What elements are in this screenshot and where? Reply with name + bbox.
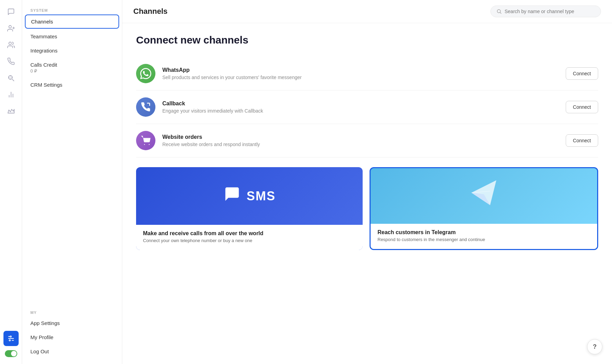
nav-settings-icon[interactable] bbox=[3, 331, 19, 346]
sms-card[interactable]: SMS Make and receive calls from all over… bbox=[136, 167, 363, 250]
cards-row: SMS Make and receive calls from all over… bbox=[136, 167, 598, 250]
svg-point-5 bbox=[10, 77, 11, 78]
website-orders-info: Website orders Receive website orders an… bbox=[162, 134, 566, 147]
sidebar-item-calls-credit[interactable]: Calls Credit 0 ₽ bbox=[22, 58, 122, 78]
telegram-card-body bbox=[371, 168, 597, 224]
sms-card-desc: Connect your own telephone number or buy… bbox=[143, 238, 356, 243]
sidebar-item-my-profile[interactable]: My Profile bbox=[22, 330, 122, 344]
sidebar-item-app-settings[interactable]: App Settings bbox=[22, 316, 122, 330]
whatsapp-desc: Sell products and services in your custo… bbox=[162, 75, 566, 80]
nav-phone-icon[interactable] bbox=[3, 54, 19, 69]
help-button[interactable]: ? bbox=[587, 339, 602, 354]
channel-row-whatsapp: WhatsApp Sell products and services in y… bbox=[136, 57, 598, 90]
telegram-card-footer: Reach customers in Telegram Respond to c… bbox=[371, 224, 597, 249]
sms-content: SMS bbox=[223, 185, 276, 207]
icon-nav bbox=[0, 0, 22, 364]
search-input[interactable] bbox=[505, 9, 595, 14]
svg-point-3 bbox=[9, 42, 11, 45]
sidebar: SYSTEM Channels Teammates Integrations C… bbox=[22, 0, 122, 364]
sms-card-body: SMS bbox=[136, 167, 363, 225]
whatsapp-name: WhatsApp bbox=[162, 67, 566, 73]
svg-point-22 bbox=[149, 144, 150, 145]
main-content: Channels Connect new channels WhatsApp S… bbox=[122, 0, 612, 364]
main-header: Channels bbox=[122, 0, 612, 23]
sidebar-item-log-out[interactable]: Log Out bbox=[22, 344, 122, 358]
sms-label: SMS bbox=[247, 189, 276, 203]
svg-line-10 bbox=[12, 79, 14, 81]
channel-row-callback: Callback Engage your visitors immediatel… bbox=[136, 90, 598, 124]
svg-line-20 bbox=[500, 12, 501, 13]
search-icon bbox=[496, 9, 502, 14]
callback-connect-button[interactable]: Connect bbox=[566, 101, 598, 113]
callback-name: Callback bbox=[162, 100, 566, 107]
sms-bubble-icon bbox=[223, 185, 241, 207]
sidebar-item-channels[interactable]: Channels bbox=[25, 15, 119, 29]
svg-point-17 bbox=[10, 336, 11, 337]
nav-chat-icon[interactable] bbox=[3, 4, 19, 19]
connect-heading: Connect new channels bbox=[136, 34, 598, 46]
website-orders-name: Website orders bbox=[162, 134, 566, 140]
callback-icon bbox=[136, 97, 155, 117]
main-body: Connect new channels WhatsApp Sell produ… bbox=[122, 23, 612, 261]
system-section-label: SYSTEM bbox=[22, 6, 122, 14]
calls-credit-value: 0 ₽ bbox=[30, 68, 37, 74]
telegram-card-title: Reach customers in Telegram bbox=[377, 229, 590, 236]
telegram-card-desc: Respond to customers in the messenger an… bbox=[377, 237, 590, 242]
svg-marker-23 bbox=[471, 180, 496, 205]
telegram-plane-icon bbox=[468, 177, 499, 215]
sidebar-item-crm-settings[interactable]: CRM Settings bbox=[22, 78, 122, 92]
sidebar-item-integrations[interactable]: Integrations bbox=[22, 44, 122, 58]
svg-point-18 bbox=[9, 340, 10, 341]
nav-crown-icon[interactable] bbox=[3, 104, 19, 119]
svg-point-21 bbox=[144, 144, 145, 145]
page-title: Channels bbox=[133, 7, 168, 16]
search-box[interactable] bbox=[490, 6, 601, 17]
whatsapp-icon bbox=[136, 64, 155, 83]
website-orders-desc: Receive website orders and respond insta… bbox=[162, 142, 566, 147]
sms-card-footer: Make and receive calls from all over the… bbox=[136, 225, 363, 250]
nav-team-icon[interactable] bbox=[3, 37, 19, 52]
whatsapp-connect-button[interactable]: Connect bbox=[566, 67, 598, 80]
nav-search-icon[interactable] bbox=[3, 70, 19, 86]
callback-info: Callback Engage your visitors immediatel… bbox=[162, 100, 566, 114]
telegram-card[interactable]: Reach customers in Telegram Respond to c… bbox=[370, 167, 598, 250]
nav-contacts-icon[interactable] bbox=[3, 21, 19, 36]
website-orders-connect-button[interactable]: Connect bbox=[566, 134, 598, 147]
channel-row-website-orders: Website orders Receive website orders an… bbox=[136, 124, 598, 157]
whatsapp-info: WhatsApp Sell products and services in y… bbox=[162, 67, 566, 80]
sms-card-title: Make and receive calls from all over the… bbox=[143, 230, 356, 237]
svg-point-0 bbox=[9, 26, 11, 28]
website-orders-icon bbox=[136, 131, 155, 150]
calls-credit-label: Calls Credit bbox=[30, 62, 57, 68]
status-toggle[interactable] bbox=[5, 350, 17, 357]
callback-desc: Engage your visitors immediately with Ca… bbox=[162, 108, 566, 114]
my-section-label: MY bbox=[22, 308, 122, 316]
sidebar-item-teammates[interactable]: Teammates bbox=[22, 29, 122, 44]
nav-analytics-icon[interactable] bbox=[3, 87, 19, 102]
